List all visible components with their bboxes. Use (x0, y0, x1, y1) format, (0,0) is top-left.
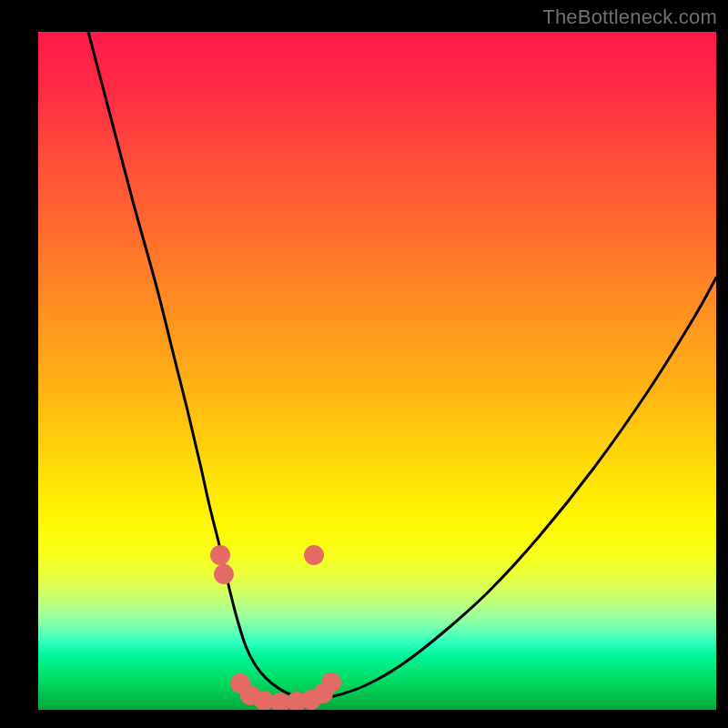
watermark-text: TheBottleneck.com (542, 5, 717, 29)
chart-frame: TheBottleneck.com (0, 0, 728, 728)
highlight-dot (304, 545, 324, 565)
curve-layer (88, 32, 716, 699)
bottleneck-curve (88, 32, 716, 699)
highlight-dot (321, 672, 341, 693)
highlight-dot (214, 564, 234, 584)
plot-area (38, 32, 716, 710)
curve-svg (38, 32, 716, 710)
highlight-dot (210, 545, 230, 565)
